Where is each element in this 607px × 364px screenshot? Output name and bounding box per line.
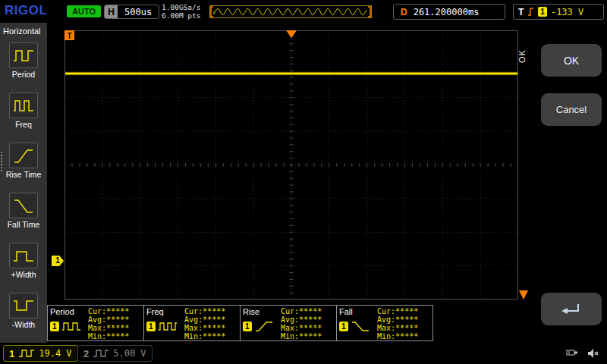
- return-arrow-icon: [560, 302, 583, 317]
- rigol-logo: RIGOL: [5, 3, 47, 18]
- channel2-number: 2: [83, 348, 89, 359]
- cancel-button[interactable]: Cancel: [541, 93, 602, 126]
- trigger-level-marker: [519, 290, 528, 300]
- trigger-position-marker: [286, 30, 297, 38]
- channel-badge: 1: [50, 322, 59, 331]
- avg-line: Avg:*****: [377, 315, 430, 324]
- avg-line: Avg:*****: [88, 315, 141, 324]
- preview-waveform-svg: [210, 6, 371, 17]
- fall-time-icon: [9, 193, 38, 218]
- channel-badge: 1: [243, 322, 252, 331]
- ok-button[interactable]: OK: [541, 44, 602, 77]
- avg-line: Avg:*****: [184, 315, 237, 324]
- delay-label: D: [401, 7, 407, 17]
- channel-badge: 1: [146, 322, 156, 331]
- horizontal-label: H: [105, 5, 118, 18]
- grid-lines: [64, 30, 518, 300]
- freq-icon: [9, 93, 38, 118]
- rise-time-icon: [9, 143, 38, 168]
- measurement-strip: Period 1 Cur:***** Avg:***** Max:***** M…: [47, 305, 433, 341]
- softkey-side-label: OK: [517, 44, 528, 68]
- measurement-name: Fall: [339, 307, 377, 316]
- memory-depth: 6.00M pts: [162, 11, 200, 20]
- preview-waveform: [214, 8, 366, 14]
- cur-line: Cur:*****: [88, 307, 141, 315]
- min-line: Min:*****: [281, 332, 334, 340]
- minus-width-icon: [9, 293, 38, 318]
- menu-item-rise-time[interactable]: Rise Time: [0, 143, 47, 179]
- min-line: Min:*****: [88, 332, 141, 340]
- channel1-number: 1: [9, 348, 14, 359]
- top-bar: RIGOL AUTO H 500us 1.00GSa/s 6.00M pts D…: [0, 0, 607, 23]
- measurement-name: Freq: [146, 307, 184, 316]
- trigger-edge-icon: [527, 7, 534, 17]
- menu-item-fall-time[interactable]: Fall Time: [0, 193, 47, 229]
- measurement-name: Period: [50, 307, 88, 316]
- channel2-status[interactable]: 2 5.00 V: [77, 345, 153, 362]
- acquisition-readout: 1.00GSa/s 6.00M pts: [162, 3, 200, 20]
- status-bar: 1 19.4 V 2 5.00 V: [0, 343, 607, 364]
- trigger-corner-marker: T: [64, 30, 74, 40]
- channel1-status[interactable]: 1 19.4 V: [3, 345, 78, 362]
- fall-icon: [351, 320, 370, 332]
- timebase-value: 500us: [118, 7, 159, 17]
- oscilloscope-screen: RIGOL AUTO H 500us 1.00GSa/s 6.00M pts D…: [0, 0, 607, 364]
- display-area: T 1: [47, 23, 535, 305]
- trigger-source-badge: 1: [538, 7, 547, 17]
- waveform-preview: [209, 5, 372, 18]
- delay-readout: D 261.200000ms: [393, 4, 505, 20]
- cur-line: Cur:*****: [377, 307, 430, 315]
- menu-item-period[interactable]: Period: [0, 42, 47, 79]
- max-line: Max:*****: [88, 324, 141, 332]
- menu-item-freq[interactable]: Freq: [0, 93, 47, 129]
- return-button[interactable]: [541, 293, 602, 325]
- trigger-level: -133 V: [551, 7, 583, 17]
- rise-icon: [254, 320, 274, 332]
- preview-left-bracket-icon: [211, 7, 213, 17]
- max-line: Max:*****: [281, 324, 334, 332]
- softkey-panel: OK Cancel: [535, 23, 607, 343]
- cur-line: Cur:*****: [281, 307, 334, 315]
- channel2-scale: 5.00 V: [113, 348, 146, 359]
- channel-badge: 1: [339, 322, 348, 331]
- period-icon: [61, 320, 81, 332]
- channel1-scale: 19.4 V: [39, 348, 71, 359]
- sample-rate: 1.00GSa/s: [162, 3, 200, 11]
- max-line: Max:*****: [377, 324, 430, 332]
- graticule: T: [64, 30, 518, 300]
- left-menu: Horizontal Period Freq Rise Time Fall Ti…: [0, 23, 47, 343]
- freq-icon: [158, 320, 178, 332]
- min-line: Min:*****: [184, 332, 237, 340]
- measurement-name: Rise: [243, 307, 281, 316]
- measurement-panel-freq[interactable]: Freq 1 Cur:***** Avg:***** Max:***** Min…: [143, 305, 241, 341]
- min-line: Min:*****: [377, 332, 430, 340]
- menu-title: Horizontal: [3, 27, 41, 36]
- menu-scroll-indicator: [1, 152, 2, 171]
- cur-line: Cur:*****: [184, 307, 237, 315]
- preview-right-bracket-icon: [368, 7, 370, 17]
- measurement-panel-period[interactable]: Period 1 Cur:***** Avg:***** Max:***** M…: [47, 305, 144, 341]
- trigger-label: T: [518, 7, 524, 17]
- max-line: Max:*****: [184, 324, 237, 332]
- measurement-panel-fall[interactable]: Fall 1 Cur:***** Avg:***** Max:***** Min…: [336, 305, 433, 341]
- svg-text:T: T: [67, 32, 71, 40]
- channel2-wave-icon: [93, 349, 109, 358]
- plus-width-icon: [9, 243, 38, 268]
- menu-item-plus-width[interactable]: +Width: [0, 243, 47, 279]
- usb-icon: [566, 348, 580, 357]
- avg-line: Avg:*****: [281, 315, 334, 324]
- trigger-readout: T 1 -133 V: [513, 4, 604, 20]
- delay-value: 261.200000ms: [414, 7, 480, 17]
- run-status-badge: AUTO: [67, 5, 101, 17]
- horizontal-readout: H 500us: [104, 5, 159, 19]
- ch1-ground-marker: 1: [52, 256, 64, 266]
- channel1-wave-icon: [18, 349, 35, 358]
- speaker-icon: [587, 348, 599, 359]
- measurement-panel-rise[interactable]: Rise 1 Cur:***** Avg:***** Max:***** Min…: [240, 305, 337, 341]
- period-icon: [9, 42, 38, 68]
- menu-item-minus-width[interactable]: -Width: [0, 293, 47, 329]
